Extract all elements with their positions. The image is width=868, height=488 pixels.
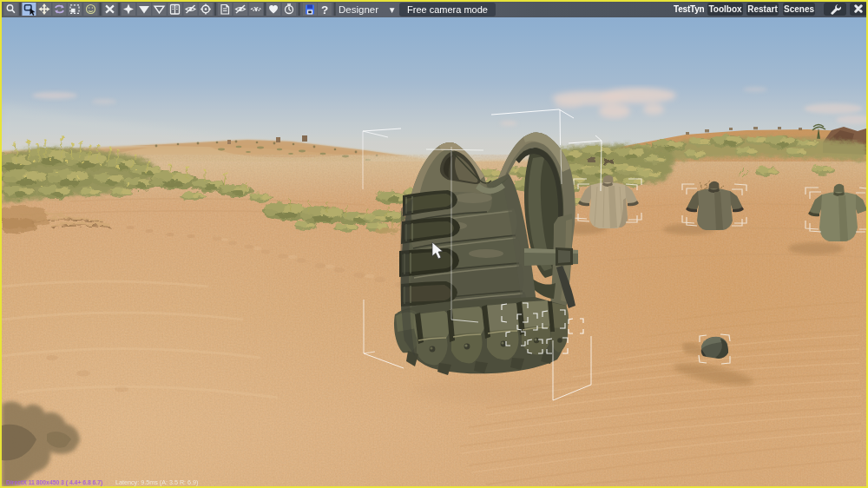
svg-text:DirectX 11 800x450 3 ( 4.4+ 6.: DirectX 11 800x450 3 ( 4.4+ 6.8 6.7) (6, 479, 102, 486)
svg-text:Latency: 9.5ms (A: 3.5 R: 6: Latency: 9.5ms (A: 3.5 R: 6.9) (115, 478, 198, 486)
svg-text:?: ? (321, 3, 328, 16)
